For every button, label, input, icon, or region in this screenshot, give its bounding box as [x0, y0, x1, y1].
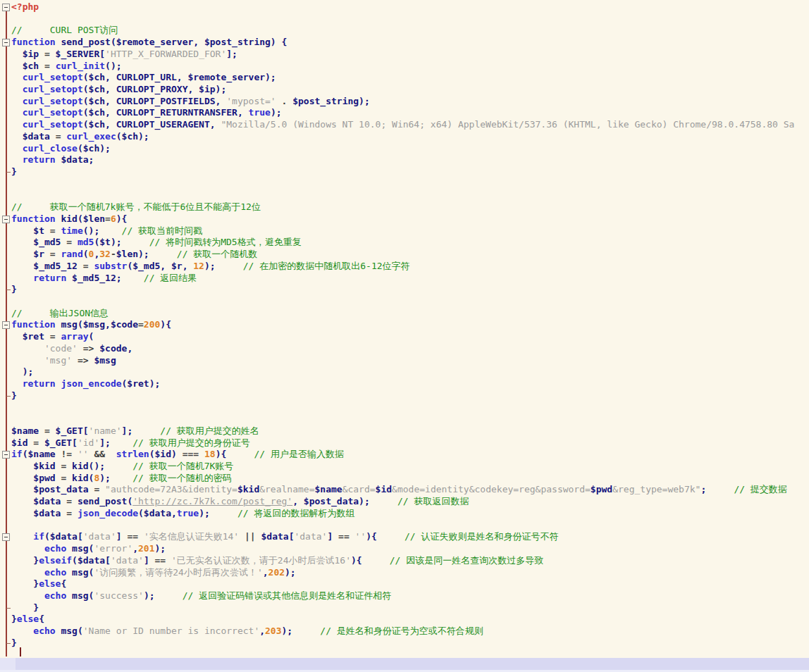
code-line[interactable]: $data = curl_exec($ch); — [0, 131, 809, 143]
code-line[interactable]: echo msg('error',201); — [0, 543, 809, 555]
fold-toggle-icon[interactable] — [2, 216, 10, 223]
code-line[interactable]: }elseif($data['data'] == '已无实名认证次数，请于24小… — [0, 555, 809, 567]
fold-toggle-icon[interactable] — [2, 39, 10, 46]
code-line[interactable]: function kid($len=6){ — [0, 213, 809, 225]
code-line[interactable]: echo msg('success'); // 返回验证码错误或其他信息则是姓名… — [0, 590, 809, 602]
code-token: if — [33, 531, 44, 542]
code-line[interactable]: 'msg' => $msg — [0, 355, 809, 367]
code-line[interactable]: return json_encode($ret); — [0, 378, 809, 390]
fold-end-marker — [6, 643, 11, 644]
code-line[interactable]: ); — [0, 366, 809, 378]
code-line[interactable]: curl_setopt($ch, CURLOPT_URL, $remote_se… — [0, 72, 809, 84]
fold-end-marker — [6, 172, 11, 173]
code-line[interactable]: // 获取一个随机7k账号，不能低于6位且不能高于12位 — [0, 201, 809, 213]
code-line[interactable]: curl_setopt($ch, CURLOPT_PROXY, $ip); — [0, 84, 809, 96]
code-line[interactable]: $r = rand(0,32-$len); // 获取一个随机数 — [0, 249, 809, 261]
code-line[interactable]: $ret = array( — [0, 331, 809, 343]
fold-toggle-icon[interactable] — [2, 321, 10, 329]
code-line[interactable] — [0, 178, 809, 190]
fold-toggle-icon[interactable] — [2, 533, 10, 541]
code-token: = — [50, 249, 56, 259]
code-token — [166, 555, 171, 566]
horizontal-scrollbar[interactable] — [0, 658, 809, 670]
code-token: curl_setopt — [23, 72, 83, 82]
code-token — [11, 72, 23, 82]
code-token: json_decode — [78, 508, 138, 518]
code-token — [11, 343, 44, 354]
code-token: // 获取一个随机数 — [177, 249, 257, 259]
code-line[interactable]: } — [0, 637, 809, 649]
code-line[interactable]: return $_md5_12; // 返回结果 — [0, 273, 809, 285]
code-token: send_post($remote_server, $post_string) … — [56, 37, 288, 47]
code-token: ($ch); — [78, 143, 111, 154]
fold-toggle-icon[interactable] — [2, 4, 10, 11]
code-line[interactable]: } — [0, 166, 809, 178]
code-token: } — [11, 390, 17, 401]
fold-toggle-icon[interactable] — [2, 451, 10, 459]
code-line[interactable]: curl_close($ch); — [0, 143, 809, 155]
code-token: = — [44, 61, 50, 71]
code-token: curl_init — [56, 61, 105, 71]
code-line[interactable]: $id = $_GET['id']; // 获取用户提交的身份证号 — [0, 437, 809, 449]
code-line[interactable]: curl_setopt($ch, CURLOPT_USERAGENT, "Moz… — [0, 119, 809, 131]
code-line[interactable]: // 输出JSON信息 — [0, 308, 809, 320]
code-line[interactable]: $data = send_post('http://zc.7k7k.com/po… — [0, 496, 809, 508]
code-token: curl_close — [23, 143, 78, 154]
code-line[interactable]: $data = json_decode($data,true); // 将返回的… — [0, 508, 809, 520]
code-token: 'id' — [78, 437, 99, 448]
code-line[interactable]: $_md5_12 = substr($_md5, $r, 12); // 在加密… — [0, 261, 809, 273]
code-token — [72, 508, 78, 518]
code-line[interactable]: <?php — [0, 1, 809, 13]
code-line[interactable]: function send_post($remote_server, $post… — [0, 37, 809, 49]
code-token — [276, 96, 282, 106]
code-line[interactable]: echo msg('访问频繁，请等待24小时后再次尝试！',202); — [0, 567, 809, 579]
code-line[interactable]: curl_setopt($ch, CURLOPT_POSTFIELDS, 'my… — [0, 96, 809, 108]
code-token: ($ch, CURLOPT_USERAGENT, — [83, 119, 221, 130]
code-token: == — [338, 531, 350, 542]
code-line[interactable]: } — [0, 602, 809, 614]
scrollbar-left-arrow[interactable] — [0, 658, 16, 670]
code-line[interactable]: } — [0, 390, 809, 402]
code-token: $data — [11, 508, 66, 518]
code-line[interactable] — [0, 13, 809, 25]
code-line[interactable]: $t = time(); // 获取当前时间戳 — [0, 225, 809, 237]
code-line[interactable]: $ip = $_SERVER['HTTP_X_FORWARDED_FOR']; — [0, 49, 809, 61]
code-line[interactable]: $name = $_GET['name']; // 获取用户提交的姓名 — [0, 425, 809, 437]
code-token: $_GET[ — [50, 425, 89, 436]
code-token: $data — [11, 131, 56, 142]
code-line[interactable] — [0, 413, 809, 425]
code-line[interactable]: return $data; — [0, 154, 809, 166]
code-line[interactable]: $pwd = kid(8); // 获取一个随机的密码 — [0, 473, 809, 485]
code-line[interactable]: }else{ — [0, 578, 809, 590]
code-token: || — [245, 531, 256, 542]
code-token: // 获取一个随机7k账号，不能低于6位且不能高于12位 — [11, 201, 261, 212]
code-line[interactable]: 'code' => $code, — [0, 343, 809, 355]
code-token: <?php — [11, 1, 39, 12]
code-line[interactable] — [0, 296, 809, 308]
code-token: $id — [11, 437, 33, 448]
code-token: echo — [33, 626, 55, 636]
code-line[interactable]: }else{ — [0, 614, 809, 626]
code-token: // 返回结果 — [144, 273, 197, 283]
code-line[interactable]: $kid = kid(); // 获取一个随机7K账号 — [0, 461, 809, 473]
code-line[interactable]: $post_data = "authcode=72A3&identity=$ki… — [0, 484, 809, 496]
code-line[interactable]: if($data['data'] == '实名信息认证失败14' || $dat… — [0, 531, 809, 543]
code-token: $post_data — [11, 484, 94, 494]
code-line[interactable]: // CURL POST访问 — [0, 25, 809, 37]
code-line[interactable] — [0, 402, 809, 413]
code-token: curl_setopt — [23, 96, 83, 106]
code-line[interactable]: echo msg('Name or ID number is incorrect… — [0, 626, 809, 637]
code-line[interactable] — [0, 190, 809, 202]
code-line[interactable]: } — [0, 284, 809, 296]
code-line[interactable]: if($name != '' && strlen($id) === 18){ /… — [0, 449, 809, 461]
code-line[interactable] — [0, 520, 809, 532]
code-line[interactable]: $_md5 = md5($t); // 将时间戳转为MD5格式，避免重复 — [0, 237, 809, 249]
code-line[interactable]: curl_setopt($ch, CURLOPT_RETURNTRANSFER,… — [0, 107, 809, 119]
code-token: // 在加密的数据中随机取出6-12位字符 — [243, 261, 410, 271]
code-token: ){ — [116, 213, 128, 224]
code-token: } — [11, 284, 17, 294]
code-line[interactable]: function msg($msg,$code=200){ — [0, 319, 809, 331]
code-token — [72, 449, 78, 459]
code-token — [239, 531, 245, 542]
code-line[interactable]: $ch = curl_init(); — [0, 61, 809, 73]
